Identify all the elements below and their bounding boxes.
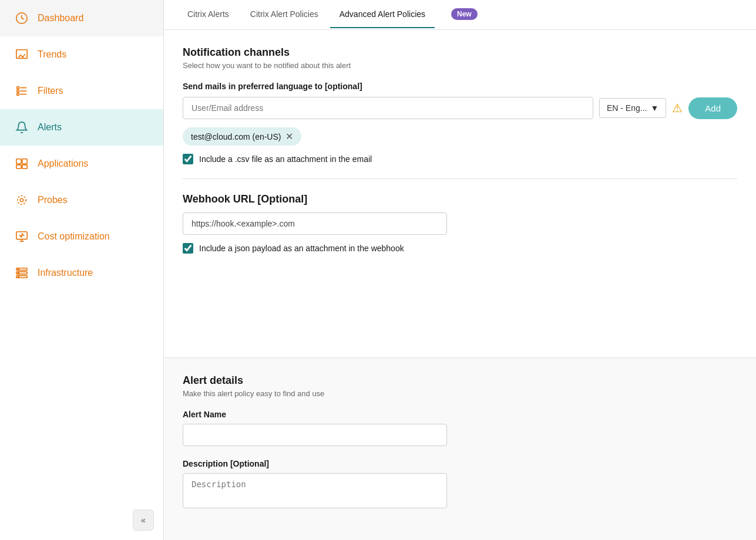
sidebar-item-label: Infrastructure (38, 268, 93, 278)
cost-icon (14, 229, 29, 244)
alerts-icon (14, 120, 29, 135)
svg-rect-4 (17, 93, 19, 96)
sidebar-item-label: Filters (38, 86, 63, 96)
language-select[interactable]: EN - Eng... ▼ (599, 98, 666, 118)
sidebar: Dashboard Trends Filters Alerts Applicat… (0, 0, 164, 540)
email-tag: test@cloud.com (en-US) ✕ (183, 127, 301, 146)
tab-citrix-alert-policies[interactable]: Citrix Alert Policies (241, 1, 328, 28)
svg-point-12 (20, 198, 23, 202)
json-checkbox-row: Include a json payload as an attachment … (183, 243, 737, 254)
csv-checkbox-label: Include a .csv file as an attachment in … (199, 154, 372, 164)
sidebar-item-probes[interactable]: Probes (0, 182, 163, 218)
add-email-button[interactable]: Add (688, 97, 737, 119)
new-badge: New (451, 8, 478, 20)
applications-icon (14, 156, 29, 171)
sidebar-item-label: Probes (38, 195, 68, 205)
webhook-input[interactable] (183, 212, 447, 235)
section-divider (183, 178, 737, 179)
main-content: Citrix Alerts Citrix Alert Policies Adva… (164, 0, 756, 540)
collapse-button[interactable]: « (133, 509, 154, 531)
webhook-section: Webhook URL [Optional] Include a json pa… (183, 193, 737, 254)
svg-rect-9 (22, 159, 27, 164)
sidebar-item-infrastructure[interactable]: Infrastructure (0, 255, 163, 291)
email-section-label: Send mails in preferred language to [opt… (183, 82, 737, 91)
sidebar-item-label: Alerts (38, 122, 62, 133)
sidebar-item-label: Applications (38, 158, 88, 169)
svg-rect-2 (17, 87, 19, 89)
sidebar-item-alerts[interactable]: Alerts (0, 109, 163, 146)
filters-icon (14, 83, 29, 99)
remove-email-tag-button[interactable]: ✕ (285, 131, 293, 142)
warning-icon: ⚠ (672, 101, 683, 115)
description-input[interactable] (183, 473, 447, 508)
alert-details-subtitle: Make this alert policy easy to find and … (183, 389, 737, 398)
notification-channels-title: Notification channels (183, 46, 737, 59)
sidebar-item-applications[interactable]: Applications (0, 146, 163, 182)
alert-name-label: Alert Name (183, 410, 737, 419)
description-field: Description [Optional] (183, 459, 737, 511)
tab-advanced-alert-policies[interactable]: Advanced Alert Policies (330, 1, 435, 28)
sidebar-item-label: Trends (38, 49, 66, 60)
svg-rect-3 (17, 90, 19, 92)
sidebar-item-cost-optimization[interactable]: Cost optimization (0, 218, 163, 255)
chevron-down-icon: ▼ (650, 103, 658, 113)
sidebar-item-filters[interactable]: Filters (0, 73, 163, 109)
probes-icon (14, 193, 29, 208)
webhook-title: Webhook URL [Optional] (183, 193, 737, 205)
svg-point-19 (18, 272, 19, 274)
content-area: Notification channels Select how you wan… (164, 30, 756, 357)
svg-point-18 (18, 269, 19, 270)
svg-rect-1 (16, 50, 27, 59)
svg-rect-11 (22, 165, 27, 168)
tab-citrix-alerts[interactable]: Citrix Alerts (178, 1, 238, 28)
json-checkbox[interactable] (183, 243, 193, 254)
email-input-row: EN - Eng... ▼ ⚠ Add (183, 97, 737, 119)
json-checkbox-label: Include a json payload as an attachment … (199, 244, 404, 253)
csv-checkbox[interactable] (183, 154, 193, 164)
svg-rect-8 (16, 159, 21, 164)
sidebar-item-dashboard[interactable]: Dashboard (0, 0, 163, 36)
sidebar-item-trends[interactable]: Trends (0, 36, 163, 73)
sidebar-item-label: Cost optimization (38, 231, 110, 242)
tab-new[interactable]: New (437, 0, 487, 29)
sidebar-item-label: Dashboard (38, 13, 83, 23)
notification-channels-section: Notification channels Select how you wan… (183, 46, 737, 164)
svg-rect-10 (16, 165, 21, 168)
svg-point-20 (18, 276, 19, 278)
description-label: Description [Optional] (183, 459, 737, 468)
svg-point-13 (18, 196, 26, 205)
email-input[interactable] (183, 97, 593, 119)
alert-details-title: Alert details (183, 374, 737, 387)
alert-details-section: Alert details Make this alert policy eas… (164, 357, 756, 540)
alert-name-field: Alert Name (183, 410, 737, 446)
alert-name-input[interactable] (183, 424, 447, 446)
dashboard-icon (14, 11, 29, 26)
trends-icon (14, 47, 29, 62)
csv-checkbox-row: Include a .csv file as an attachment in … (183, 154, 737, 164)
tabs-bar: Citrix Alerts Citrix Alert Policies Adva… (164, 0, 756, 30)
infra-icon (14, 265, 29, 281)
notification-channels-subtitle: Select how you want to be notified about… (183, 61, 737, 70)
